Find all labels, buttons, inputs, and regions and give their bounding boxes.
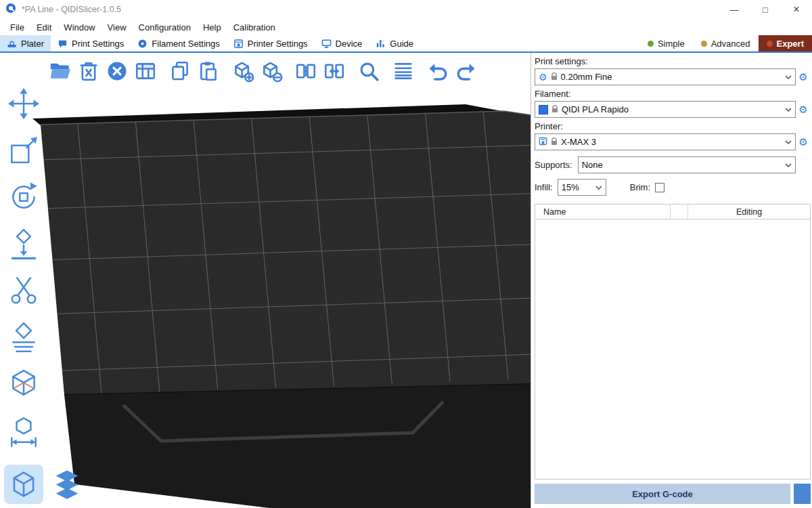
remove-instance-icon bbox=[260, 60, 283, 83]
undo-button[interactable] bbox=[424, 57, 452, 85]
preview-view-button[interactable] bbox=[47, 465, 87, 504]
printer-icon bbox=[539, 136, 547, 148]
maximize-button[interactable]: □ bbox=[750, 0, 781, 19]
chevron-down-icon bbox=[783, 163, 794, 167]
lock-icon bbox=[551, 71, 558, 83]
supports-label: Supports: bbox=[535, 160, 572, 170]
delete-all-button[interactable] bbox=[103, 57, 131, 85]
print-settings-combo[interactable]: ⚙ 0.20mm Fine bbox=[535, 68, 796, 85]
tab-filament-settings[interactable]: Filament Settings bbox=[131, 35, 226, 51]
menu-edit[interactable]: Edit bbox=[30, 22, 58, 33]
print-settings-value: 0.20mm Fine bbox=[561, 72, 780, 82]
filament-color-swatch bbox=[539, 105, 548, 114]
rotate-icon bbox=[7, 180, 41, 214]
filament-settings-icon bbox=[137, 39, 148, 49]
tab-bar: Plater Print Settings Filament Settings … bbox=[0, 35, 812, 53]
tab-guide[interactable]: Guide bbox=[369, 35, 420, 51]
print-settings-gear-button[interactable]: ⚙ bbox=[796, 71, 811, 83]
tab-printer-settings[interactable]: Printer Settings bbox=[227, 35, 315, 51]
printer-gear-button[interactable]: ⚙ bbox=[796, 136, 811, 148]
tab-device[interactable]: Device bbox=[315, 35, 369, 51]
preview-layers-icon bbox=[49, 467, 85, 502]
object-list-header: Name Editing bbox=[535, 205, 810, 219]
search-button[interactable] bbox=[355, 57, 383, 85]
remove-instance-button[interactable] bbox=[257, 57, 286, 85]
infill-combo[interactable]: 15% bbox=[558, 179, 606, 196]
place-on-face-icon bbox=[7, 227, 41, 261]
viewport-3d[interactable] bbox=[0, 53, 531, 508]
app-logo-icon bbox=[5, 3, 16, 16]
print-settings-icon bbox=[58, 39, 68, 49]
menu-help[interactable]: Help bbox=[197, 22, 227, 33]
measure-button[interactable] bbox=[4, 366, 43, 402]
brim-checkbox[interactable] bbox=[655, 183, 664, 192]
device-icon bbox=[321, 39, 332, 49]
search-icon bbox=[357, 60, 380, 83]
variable-layer-height-button[interactable] bbox=[389, 57, 418, 85]
redo-button[interactable] bbox=[452, 57, 480, 85]
cut-button[interactable] bbox=[4, 272, 43, 309]
chevron-down-icon bbox=[783, 75, 794, 79]
close-button[interactable]: × bbox=[781, 0, 812, 19]
supports-combo[interactable]: None bbox=[578, 156, 796, 173]
split-objects-icon bbox=[294, 60, 317, 83]
advanced-mode-dot-icon bbox=[701, 41, 707, 47]
title-bar: *PA Line - QIDISlicer-1.0.5 — □ × bbox=[0, 0, 812, 19]
place-on-face-button[interactable] bbox=[4, 226, 43, 262]
trash-icon bbox=[77, 60, 100, 83]
split-to-objects-button[interactable] bbox=[292, 57, 320, 85]
rotate-button[interactable] bbox=[4, 179, 43, 215]
scale-button[interactable] bbox=[4, 132, 43, 169]
window-title: *PA Line - QIDISlicer-1.0.5 bbox=[22, 5, 121, 14]
menu-view[interactable]: View bbox=[102, 22, 133, 33]
distance-button[interactable] bbox=[4, 412, 43, 449]
editor-view-button[interactable] bbox=[4, 465, 43, 504]
folder-open-icon bbox=[49, 60, 72, 83]
guide-icon bbox=[376, 39, 386, 49]
menu-configuration[interactable]: Configuration bbox=[133, 22, 197, 33]
tab-plater[interactable]: Plater bbox=[0, 35, 51, 51]
tab-print-settings[interactable]: Print Settings bbox=[51, 35, 131, 51]
plater-icon bbox=[7, 39, 17, 49]
chevron-down-icon bbox=[783, 140, 794, 144]
paste-button[interactable] bbox=[194, 57, 223, 85]
mode-expert[interactable]: Expert bbox=[759, 35, 812, 51]
spacer-column-header bbox=[671, 205, 688, 219]
lock-icon bbox=[551, 136, 558, 148]
paint-button[interactable] bbox=[4, 319, 43, 356]
add-instance-button[interactable] bbox=[229, 57, 257, 85]
minimize-button[interactable]: — bbox=[719, 0, 750, 19]
infill-value: 15% bbox=[562, 182, 590, 192]
menu-file[interactable]: File bbox=[4, 22, 30, 33]
view-toggles bbox=[4, 465, 87, 504]
move-button[interactable] bbox=[4, 85, 43, 122]
menu-calibration[interactable]: Calibration bbox=[227, 22, 281, 33]
simple-mode-dot-icon bbox=[648, 41, 654, 47]
delete-button[interactable] bbox=[74, 57, 103, 85]
filament-combo[interactable]: QIDI PLA Rapido bbox=[535, 101, 796, 118]
export-gcode-button[interactable]: Export G-code bbox=[535, 484, 790, 504]
redo-icon bbox=[455, 60, 478, 83]
editing-column-header: Editing bbox=[688, 205, 810, 219]
scale-icon bbox=[7, 133, 41, 167]
build-plate-scene[interactable] bbox=[0, 53, 531, 508]
object-list-body[interactable] bbox=[535, 219, 810, 479]
name-column-header: Name bbox=[535, 205, 671, 219]
print-settings-label: Print settings: bbox=[535, 56, 811, 66]
mode-advanced[interactable]: Advanced bbox=[693, 35, 759, 51]
export-options-button[interactable] bbox=[794, 484, 811, 504]
split-to-parts-button[interactable] bbox=[320, 57, 348, 85]
filament-value: QIDI PLA Rapido bbox=[562, 104, 780, 114]
object-list: Name Editing bbox=[535, 204, 811, 480]
menu-window[interactable]: Window bbox=[58, 22, 101, 33]
filament-gear-button[interactable]: ⚙ bbox=[796, 104, 811, 116]
arrange-button[interactable] bbox=[131, 57, 160, 85]
printer-combo[interactable]: X-MAX 3 bbox=[535, 133, 796, 150]
open-file-button[interactable] bbox=[46, 57, 74, 85]
mode-simple[interactable]: Simple bbox=[639, 35, 693, 51]
settings-sidebar: Print settings: ⚙ 0.20mm Fine ⚙ Filament… bbox=[532, 53, 812, 508]
lock-icon bbox=[551, 104, 558, 116]
printer-label: Printer: bbox=[535, 121, 811, 131]
copy-button[interactable] bbox=[166, 57, 194, 85]
editor-cube-icon bbox=[6, 467, 41, 502]
